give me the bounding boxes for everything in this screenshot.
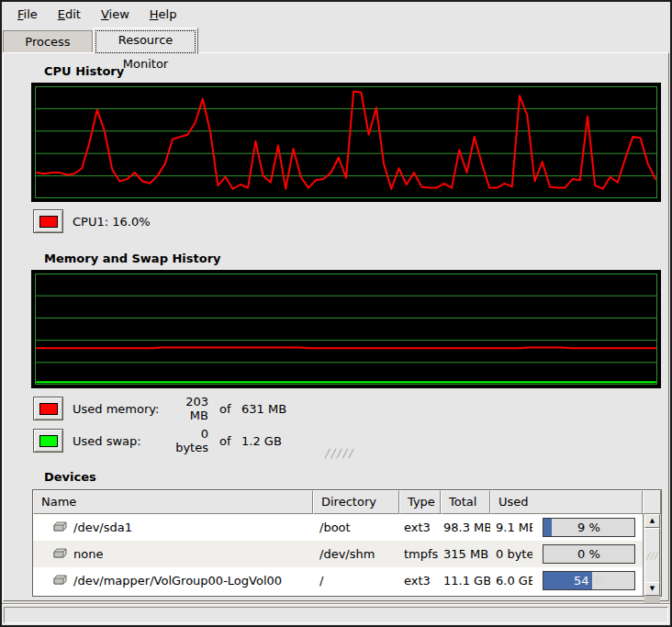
up-arrow-icon: ▲ xyxy=(650,517,655,524)
swap-color-swatch xyxy=(39,435,58,447)
memory-used-value: 203 MB xyxy=(164,395,208,422)
memory-color-button[interactable] xyxy=(33,397,63,420)
device-name: /dev/sda1 xyxy=(73,521,132,534)
menu-file[interactable]: File xyxy=(7,5,48,24)
status-bar xyxy=(2,603,670,625)
memory-history-graph xyxy=(31,270,661,388)
status-bar-frame xyxy=(4,607,668,623)
disk-drive-icon xyxy=(52,575,68,587)
table-row[interactable]: none /dev/shm tmpfs 315 MB 0 bytes 0 %0 … xyxy=(33,541,643,567)
thumb-grip-icon: ╱╱╱ xyxy=(646,553,658,560)
swap-of-text: of xyxy=(219,434,233,448)
usage-progress-bar: 54 %54 % xyxy=(543,571,635,590)
tab-resource-monitor[interactable]: Resource Monitor xyxy=(93,28,198,54)
column-header-total[interactable]: Total xyxy=(441,490,490,514)
usage-percent-label: 9 % xyxy=(543,519,634,536)
device-total: 11.1 GB xyxy=(441,574,490,588)
usage-progress-fill: 54 % xyxy=(543,572,592,589)
cpu-color-swatch xyxy=(39,216,58,228)
column-header-used[interactable]: Used xyxy=(490,490,643,514)
device-directory: / xyxy=(313,574,399,588)
swap-legend-label: Used swap: xyxy=(73,434,164,448)
down-arrow-icon: ▼ xyxy=(650,585,655,592)
device-type: tmpfs xyxy=(399,547,441,561)
memory-color-swatch xyxy=(39,403,58,415)
cpu-history-title: CPU History xyxy=(44,64,124,78)
device-type: ext3 xyxy=(399,574,441,588)
cpu-legend-label: CPU1: 16.0% xyxy=(73,215,151,229)
cpu-history-graph xyxy=(31,83,661,202)
device-total: 315 MB xyxy=(441,547,490,561)
device-used: 6.0 GB xyxy=(490,574,532,588)
menu-bar: File Edit View Help xyxy=(2,2,670,27)
pane-resize-grip-icon[interactable]: ╱╱╱╱╱ xyxy=(325,449,354,458)
column-header-type[interactable]: Type xyxy=(399,490,441,514)
device-directory: /boot xyxy=(313,521,399,534)
usage-progress-bar: 9 %9 % xyxy=(543,518,635,537)
table-row[interactable]: /dev/sda1 /boot ext3 98.3 MB 9.1 MB 9 %9… xyxy=(33,514,643,541)
memory-legend-label: Used memory: xyxy=(73,402,164,416)
resource-monitor-page: CPU History CPU1: 16.0% Memory and Swap … xyxy=(3,52,669,601)
disk-drive-icon xyxy=(52,521,68,533)
device-total: 98.3 MB xyxy=(441,521,490,534)
device-name: /dev/mapper/VolGroup00-LogVol00 xyxy=(73,574,282,588)
devices-table: Name Directory Type Total Used /dev/sda1 xyxy=(32,489,662,597)
scrollbar-thumb[interactable]: ╱╱╱ xyxy=(644,528,660,585)
scroll-up-button[interactable]: ▲ xyxy=(644,514,660,528)
devices-table-header: Name Directory Type Total Used xyxy=(33,490,661,514)
column-header-name[interactable]: Name xyxy=(33,490,313,514)
device-type: ext3 xyxy=(399,521,441,534)
device-used: 0 bytes xyxy=(490,547,532,561)
cpu-color-button[interactable] xyxy=(33,209,63,233)
devices-title: Devices xyxy=(44,470,96,484)
disk-drive-icon xyxy=(52,548,68,560)
memory-history-title: Memory and Swap History xyxy=(44,252,221,265)
menu-edit[interactable]: Edit xyxy=(48,5,91,24)
column-header-spacer xyxy=(643,490,661,514)
devices-table-body: /dev/sda1 /boot ext3 98.3 MB 9.1 MB 9 %9… xyxy=(33,514,643,596)
swap-total-value: 1.2 GB xyxy=(241,434,282,448)
memory-of-text: of xyxy=(219,402,233,416)
vertical-scrollbar[interactable]: ▲ ╱╱╱ ▼ xyxy=(643,514,661,596)
column-header-directory[interactable]: Directory xyxy=(313,490,399,514)
memory-legend-row: Used memory: 203 MB of 631 MB xyxy=(33,395,286,422)
device-used: 9.1 MB xyxy=(490,521,532,534)
usage-progress-fill: 9 % xyxy=(543,519,552,536)
scroll-down-button[interactable]: ▼ xyxy=(644,582,660,596)
notebook-tabs: Process Listing Resource Monitor xyxy=(2,27,670,53)
device-name: none xyxy=(73,547,103,561)
menu-help[interactable]: Help xyxy=(140,5,187,24)
table-row[interactable]: /dev/mapper/VolGroup00-LogVol00 / ext3 1… xyxy=(33,567,643,594)
menu-view[interactable]: View xyxy=(91,5,140,24)
swap-legend-row: Used swap: 0 bytes of 1.2 GB xyxy=(33,427,282,454)
cpu-legend-row: CPU1: 16.0% xyxy=(33,209,151,233)
device-directory: /dev/shm xyxy=(313,547,399,561)
usage-progress-bar: 0 %0 % xyxy=(543,544,635,564)
system-monitor-window: File Edit View Help Process Listing Reso… xyxy=(0,0,672,627)
usage-percent-label: 0 % xyxy=(543,545,634,563)
tab-process-listing[interactable]: Process Listing xyxy=(3,30,93,53)
swap-used-value: 0 bytes xyxy=(164,427,208,454)
swap-color-button[interactable] xyxy=(33,429,63,453)
memory-total-value: 631 MB xyxy=(241,402,286,416)
